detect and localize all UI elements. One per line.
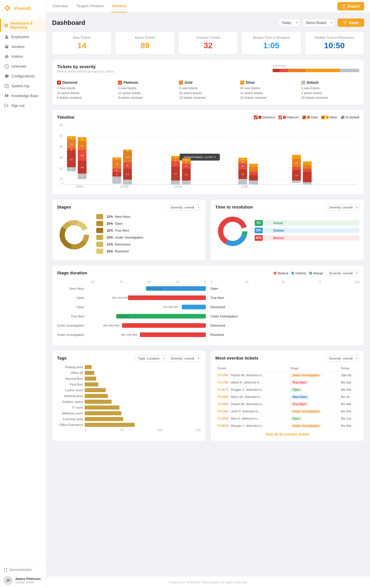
tags-type-select[interactable]: Type: Location — [135, 355, 166, 362]
overdue-ticket-2[interactable]: T#1673 : Rogger Z. detected in... — [215, 386, 288, 393]
apply-button[interactable]: Apply — [338, 18, 364, 27]
legend-silver[interactable]: Silver — [321, 116, 338, 119]
svg-text:14: 14 — [126, 155, 129, 158]
legend-pct-underinv: 10% — [105, 236, 113, 239]
ticket-desc-0: : Robert M. detected in... — [229, 373, 264, 377]
svg-text:2PM: 2PM — [241, 185, 248, 188]
legend-diamond[interactable]: Diamond — [254, 116, 275, 119]
legend-default[interactable]: Default — [341, 116, 359, 119]
ticket-link-7[interactable]: T#1658 — [217, 424, 228, 427]
sidebar-item-dashboard[interactable]: Dashboard & Reporting — [0, 19, 46, 32]
overdue-ticket-7[interactable]: T#1658 : Morgan J. detected in... — [215, 422, 288, 429]
stage-duration-left: 1007550250 New Inbox 10% (1m 5s) Open — [57, 280, 206, 341]
timeline-svg: 60 50 40 30 20 10 0 — [57, 122, 359, 189]
svg-rect-83 — [182, 181, 190, 185]
tab-genetec[interactable]: Genetec — [111, 0, 127, 12]
svg-rect-118 — [303, 165, 312, 169]
board-select[interactable]: Demo Board — [303, 19, 335, 27]
demo-item: Demonstration — [3, 566, 42, 574]
svg-rect-102 — [249, 181, 258, 185]
stage-bar-container-open2: (1m 52s) 4% — [86, 305, 206, 309]
tag-row-6: Outdoor space — [57, 400, 201, 404]
stage-duration-severity-select[interactable]: Severity: overall — [326, 270, 359, 276]
legend-gold-checkbox[interactable] — [302, 116, 306, 119]
overdue-ticket-1[interactable]: T#1765 : Albert K. detected in... — [215, 379, 288, 386]
overdue-ticket-6[interactable]: T#1284 : Alex K. detected in... — [215, 415, 288, 422]
tab-targets[interactable]: Targets Timeline — [76, 0, 104, 12]
overdue-ticket-5[interactable]: T#1384 : John P. detected in... — [215, 407, 288, 415]
svg-rect-114 — [292, 155, 301, 159]
tags-severity-select[interactable]: Severity: overall — [168, 355, 201, 362]
ahead-legend-icon — [309, 271, 312, 275]
ontime-legend-label: Ontime — [295, 271, 306, 275]
legend-silver-checkbox[interactable] — [321, 116, 325, 119]
sidebar-item-unknown[interactable]: ? Unknown — [0, 62, 46, 71]
svg-text:17: 17 — [174, 172, 177, 175]
today-select[interactable]: Today — [278, 19, 300, 27]
resolution-severity-select[interactable]: Severity: overall — [326, 204, 359, 211]
svg-text:12: 12 — [241, 173, 245, 175]
ticket-link-4[interactable]: T#1482 — [217, 402, 228, 406]
behind-legend: Behind — [273, 271, 288, 275]
sidebar-item-knowledge[interactable]: Knowledge Base — [0, 91, 46, 101]
ticket-link-2[interactable]: T#1673 — [217, 388, 228, 391]
resolution-donut-chart — [215, 214, 250, 249]
tags-card: Tags Type: Location Severity: overall — [52, 350, 206, 441]
topnav-tabs: Overview Targets Timeline Genetec — [52, 0, 127, 12]
legend-row-inbox: 12% New Inbox — [96, 214, 201, 219]
svg-rect-4 — [6, 26, 8, 27]
sev-col-silver-header: ⚡ Silver — [240, 81, 298, 85]
view-all-link[interactable]: View all 32 overdue tickets — [215, 432, 359, 436]
timeline-chart: 60 50 40 30 20 10 0 — [57, 122, 359, 190]
legend-platinum-checkbox[interactable] — [278, 116, 282, 119]
legend-color-resolved — [96, 249, 103, 254]
legend-diamond-checkbox[interactable] — [254, 116, 258, 119]
overdue-ticket-4[interactable]: T#1482 : Robert M. detected in... — [215, 400, 288, 407]
overdue-stage-1: True Alert — [288, 379, 339, 386]
stages-legend: 12% New Inbox 20% Open 32% True Alert — [96, 214, 201, 256]
overdue-severity-select[interactable]: Severity: overall — [326, 355, 359, 362]
user-profile[interactable]: JP James Peterson Update profile — [3, 574, 42, 585]
sev-col-gold: ⚡ Gold 8 new tickets 16 active tickets 1… — [179, 81, 237, 100]
sidebar-item-employees[interactable]: Employees — [0, 32, 46, 42]
kpi-active-tickets: Active Tickets 89 — [115, 31, 175, 55]
sidebar-item-systemlog[interactable]: System log — [0, 81, 46, 91]
legend-color-behind: 65% — [255, 235, 263, 241]
visionid-logo-icon — [3, 4, 12, 12]
ticket-link-3[interactable]: T#1384 — [217, 395, 228, 399]
stage-duration-charts: 1007550250 New Inbox 10% (1m 5s) Open — [57, 280, 359, 341]
ticket-link-0[interactable]: T#1783 — [217, 373, 228, 377]
stages-severity-select[interactable]: Severity: overall — [168, 204, 201, 211]
svg-text:11: 11 — [70, 143, 73, 145]
tab-overview[interactable]: Overview — [52, 0, 69, 12]
overdue-table: Ticket Stage Delay T#1783 : Robert M. de… — [215, 365, 359, 429]
sidebar-item-vendors[interactable]: Vendors — [0, 42, 46, 52]
overdue-stage-3: New Inbox — [288, 393, 339, 400]
legend-default-checkbox[interactable] — [341, 116, 345, 119]
sidebar-item-signout[interactable]: Sign out — [0, 101, 46, 111]
svg-text:Default tickets, 11AM: 5: Default tickets, 11AM: 5 — [184, 155, 216, 158]
sidebar-item-configurations[interactable]: Configurations — [0, 71, 46, 81]
tag-bar-4 — [85, 388, 106, 392]
legend-platinum[interactable]: Platinum — [278, 116, 299, 119]
ticket-link-5[interactable]: T#1384 — [217, 410, 228, 413]
overdue-ticket-3[interactable]: T#1384 : Marry M. detected in... — [215, 393, 288, 400]
overdue-delay-4: 6m 48s — [339, 400, 359, 407]
legend-gold[interactable]: Gold — [302, 116, 317, 119]
ticket-link-6[interactable]: T#1284 — [217, 417, 228, 420]
stage-badge-7: Under Investigation — [290, 424, 322, 428]
legend-row-ahead: 5% Ahead — [255, 220, 359, 226]
sidebar-item-visitors[interactable]: Visitors — [0, 52, 46, 62]
svg-text:8: 8 — [127, 164, 128, 166]
stage-row-newinbox-left: New Inbox 10% (1m 5s) — [57, 285, 206, 292]
svg-text:10: 10 — [59, 177, 63, 181]
svg-text:2: 2 — [127, 149, 128, 152]
tags-controls: Type: Location Severity: overall — [135, 355, 201, 362]
sidebar-item-vendors-label: Vendors — [11, 45, 25, 49]
overdue-ticket-0[interactable]: T#1783 : Robert M. detected in... — [215, 371, 288, 379]
svg-text:0: 0 — [61, 182, 63, 185]
ticket-link-1[interactable]: T#1765 — [217, 381, 228, 384]
svg-text:30: 30 — [59, 156, 63, 159]
export-button[interactable]: Export — [337, 2, 364, 10]
stage-duration-right: 0255075100 Open True Alert Dismissed Und… — [210, 280, 359, 341]
